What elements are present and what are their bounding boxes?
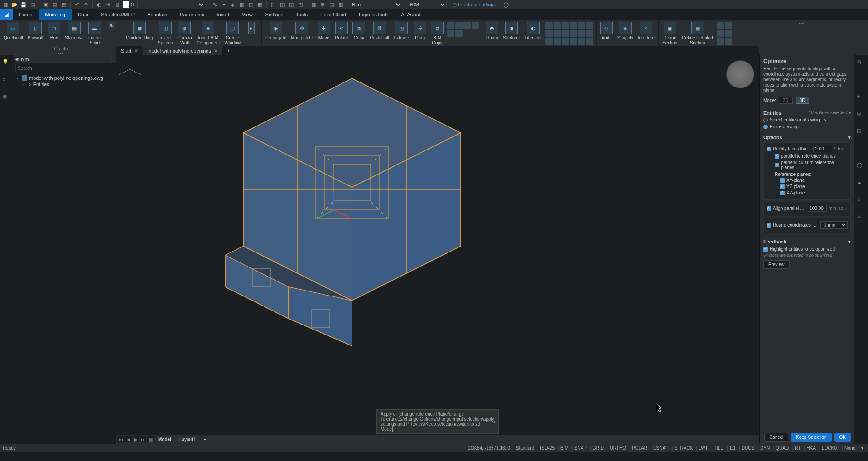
qat-cube3-icon[interactable]: ◲ <box>288 1 295 8</box>
definedetailed-button[interactable]: ▤Define Detailed Section <box>680 21 714 46</box>
doctab-model[interactable]: model with polyline openings ✕ <box>143 46 222 55</box>
status-grid[interactable]: GRID <box>590 446 606 451</box>
tab-pointcloud[interactable]: Point Cloud <box>314 9 352 20</box>
ribbon-overflow[interactable]: ••• <box>799 21 804 25</box>
solid-sm-18[interactable] <box>586 38 593 45</box>
qat-tool2-icon[interactable]: ✦ <box>220 1 227 8</box>
qat-tool1-icon[interactable]: ✎ <box>211 1 218 8</box>
home-icon[interactable]: ⌂ <box>2 76 11 85</box>
rectify-faces-check[interactable]: Rectify faces tha… ° fro… <box>767 146 848 152</box>
feedback-section[interactable]: Feedback ▾ <box>763 239 851 245</box>
status-quad[interactable]: QUAD <box>773 446 791 451</box>
stack-icon[interactable]: ▤ <box>857 128 866 137</box>
perpendicular-check[interactable]: perpendicular to reference planes <box>767 160 848 170</box>
status-ducs[interactable]: DUCS <box>739 446 756 451</box>
doctab-start-close-icon[interactable]: ✕ <box>134 48 138 54</box>
qat-undo-icon[interactable]: ↶ <box>73 1 81 8</box>
qat-color-combo[interactable] <box>137 1 205 8</box>
cloud-icon[interactable]: ☁ <box>857 180 866 189</box>
definesection-button[interactable]: ▣Define Section <box>661 21 679 46</box>
model-viewport[interactable]: Start ✕ model with polyline openings ✕ + <box>116 55 759 444</box>
keep-selection-button[interactable]: Keep Selection <box>791 433 831 442</box>
solid-sm-1[interactable] <box>545 22 553 29</box>
qat-cube1-icon[interactable]: ⬚ <box>270 1 277 8</box>
qat-help-icon[interactable]: ◯ <box>502 1 510 8</box>
tab-structural[interactable]: Structural/MEP <box>95 9 141 20</box>
curtainwall-button[interactable]: ◍Curtain Wall <box>175 21 193 46</box>
rectify-value-input[interactable] <box>813 146 832 152</box>
doctab-model-close-icon[interactable]: ✕ <box>214 48 218 54</box>
move-button[interactable]: ✢Move <box>316 21 332 41</box>
view-sm-5[interactable] <box>717 38 724 45</box>
view-sm-6[interactable] <box>725 38 732 45</box>
entities-section[interactable]: Entities 10 entities selected ▾ <box>763 110 851 116</box>
globe-icon[interactable]: ◯ <box>857 162 866 171</box>
status-snap[interactable]: SNAP <box>572 446 588 451</box>
qat-tool6-icon[interactable]: ▩ <box>256 1 264 8</box>
modify-sm-6[interactable] <box>455 30 463 37</box>
solid-sm-3[interactable] <box>562 22 569 29</box>
layout-last-icon[interactable]: ⏭ <box>140 436 146 442</box>
status-hka[interactable]: HKA <box>804 446 818 451</box>
tab-tools[interactable]: Tools <box>289 9 314 20</box>
view-cube[interactable] <box>726 60 754 88</box>
status-dyn[interactable]: DYN <box>758 446 772 451</box>
quickwall-button[interactable]: ▭Quickwall <box>2 21 25 41</box>
round-value-select[interactable]: 1 mm <box>820 221 848 229</box>
view-sm-2[interactable] <box>725 22 732 29</box>
solid-sm-7[interactable] <box>545 30 553 37</box>
view-sm-1[interactable] <box>717 22 724 29</box>
tab-insert[interactable]: Insert <box>210 9 236 20</box>
graph-icon[interactable]: ⚛ <box>857 214 866 223</box>
round-coords-check[interactable]: Round coordinates … 1 mm <box>767 221 848 229</box>
target-icon[interactable]: ◎ <box>857 111 866 120</box>
doctab-add[interactable]: + <box>222 46 234 55</box>
modify-sm-5[interactable] <box>447 30 454 37</box>
qat-tool3-icon[interactable]: ◈ <box>229 1 236 8</box>
status-scale[interactable]: 1:1 <box>727 446 738 451</box>
create-more-button[interactable]: ⊕ <box>104 21 120 30</box>
qat-swatch-icon[interactable] <box>123 1 129 8</box>
layout-prev-icon[interactable]: ◀ <box>125 436 132 442</box>
qat-sun-icon[interactable]: ☀ <box>105 1 112 8</box>
createwindow-button[interactable]: ▢Create Window <box>222 21 242 46</box>
qat-profile-combo[interactable]: BIM <box>406 1 447 8</box>
layout-first-icon[interactable]: ⏮ <box>118 436 125 442</box>
status-esnap[interactable]: ESNAP <box>651 446 670 451</box>
qat-gear-icon[interactable]: ⚙ <box>319 1 326 8</box>
mode-2d-button[interactable]: 2D <box>779 97 793 104</box>
text-icon[interactable]: T <box>857 145 866 154</box>
tab-modeling[interactable]: Modeling <box>39 9 72 20</box>
audit-button[interactable]: ◎Audit <box>598 21 615 41</box>
tab-annotate[interactable]: Annotate <box>141 9 174 20</box>
qat-new-icon[interactable]: ▦ <box>2 1 9 8</box>
command-expand-icon[interactable]: ▴ <box>493 419 496 424</box>
layers-icon[interactable]: ▤ <box>2 93 11 102</box>
solid-sm-9[interactable] <box>562 30 569 37</box>
solid-sm-8[interactable] <box>554 30 561 37</box>
qat-open-icon[interactable]: 📂 <box>11 1 18 8</box>
copy-button[interactable]: ⧉Copy <box>351 21 367 41</box>
status-none[interactable]: None <box>842 446 857 451</box>
radio-select-entities[interactable]: Select entities in drawing ↖ <box>763 117 851 122</box>
pick-icon[interactable]: ↖ <box>824 117 827 122</box>
sliders-icon[interactable]: ≡ <box>857 76 866 85</box>
modify-sm-3[interactable] <box>463 22 471 29</box>
solid-sm-2[interactable] <box>554 22 561 29</box>
manipulate-button[interactable]: ✥Manipulate <box>289 21 315 41</box>
command-line[interactable]: Apply or [change reference Plane/change … <box>376 409 499 434</box>
modify-sm-1[interactable] <box>447 22 454 29</box>
interface-settings-link[interactable]: ▢ Interface settings <box>452 2 496 8</box>
box-button[interactable]: ◻Box <box>46 21 62 41</box>
building-more-button[interactable]: ▸ <box>243 21 260 36</box>
align-parallel-check[interactable]: Align parallel … mm ap… <box>767 205 848 212</box>
staircase-button[interactable]: ▤Staircase <box>63 21 86 41</box>
xz-plane-check[interactable]: XZ-plane <box>767 190 848 195</box>
yz-plane-check[interactable]: YZ-plane <box>767 184 848 189</box>
quickbuilding-button[interactable]: ▦Quickbuilding <box>124 21 155 41</box>
status-bim[interactable]: BIM <box>558 446 570 451</box>
star-icon[interactable]: ☆ <box>857 197 866 206</box>
status-lwt[interactable]: LWT <box>696 446 709 451</box>
tab-aiassist[interactable]: AI Assist <box>395 9 426 20</box>
tab-expresstools[interactable]: ExpressTools <box>352 9 395 20</box>
